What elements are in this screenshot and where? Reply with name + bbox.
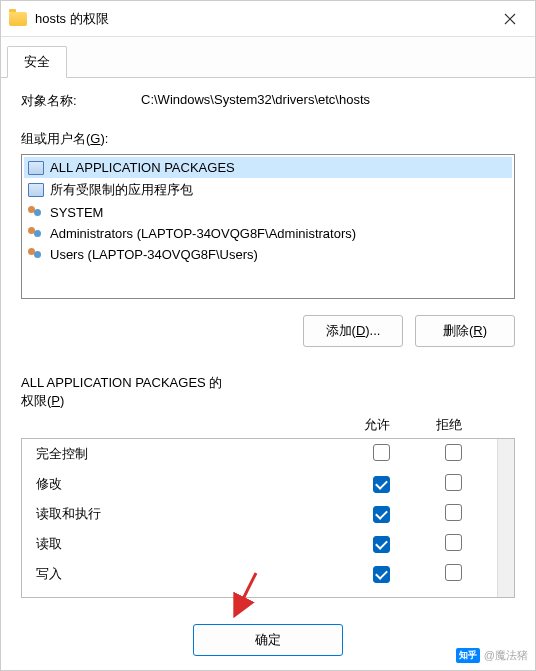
object-name-row: 对象名称: C:\Windows\System32\drivers\etc\ho… [21, 92, 515, 110]
tab-content: 对象名称: C:\Windows\System32\drivers\etc\ho… [1, 78, 535, 620]
deny-checkbox[interactable] [445, 504, 462, 521]
permissions-list: 完全控制修改读取和执行读取写入 [22, 439, 497, 597]
scrollbar[interactable] [497, 439, 514, 597]
col-deny-header: 拒绝 [413, 416, 485, 434]
allow-checkbox[interactable] [373, 536, 390, 553]
allow-checkbox[interactable] [373, 476, 390, 493]
close-icon [504, 13, 516, 25]
group-item[interactable]: Administrators (LAPTOP-34OVQG8F\Administ… [24, 223, 512, 244]
permission-row: 完全控制 [22, 439, 497, 469]
permission-name: 写入 [36, 565, 345, 583]
users-icon [28, 206, 44, 220]
allow-checkbox[interactable] [373, 444, 390, 461]
window-title: hosts 的权限 [35, 10, 487, 28]
permission-row: 修改 [22, 469, 497, 499]
groups-label: 组或用户名(G): [21, 130, 515, 148]
object-name-value: C:\Windows\System32\drivers\etc\hosts [141, 92, 515, 110]
titlebar: hosts 的权限 [1, 1, 535, 37]
tab-security[interactable]: 安全 [7, 46, 67, 78]
permission-name: 读取 [36, 535, 345, 553]
ok-button[interactable]: 确定 [193, 624, 343, 656]
users-icon [28, 227, 44, 241]
permission-row: 读取 [22, 529, 497, 559]
close-button[interactable] [487, 1, 533, 36]
remove-button[interactable]: 删除(R) [415, 315, 515, 347]
add-button[interactable]: 添加(D)... [303, 315, 403, 347]
deny-checkbox[interactable] [445, 444, 462, 461]
permission-row: 读取和执行 [22, 499, 497, 529]
group-item-label: 所有受限制的应用程序包 [50, 181, 193, 199]
permissions-list-wrap: 完全控制修改读取和执行读取写入 [21, 438, 515, 598]
users-icon [28, 248, 44, 262]
properties-dialog: hosts 的权限 安全 对象名称: C:\Windows\System32\d… [0, 0, 536, 671]
groups-listbox[interactable]: ALL APPLICATION PACKAGES所有受限制的应用程序包SYSTE… [21, 154, 515, 299]
package-icon [28, 161, 44, 175]
deny-checkbox[interactable] [445, 474, 462, 491]
permissions-header: ALL APPLICATION PACKAGES 的 权限(P) [21, 359, 515, 410]
deny-checkbox[interactable] [445, 534, 462, 551]
group-item-label: ALL APPLICATION PACKAGES [50, 160, 235, 175]
allow-checkbox[interactable] [373, 566, 390, 583]
package-icon [28, 183, 44, 197]
permission-name: 读取和执行 [36, 505, 345, 523]
permission-row: 写入 [22, 559, 497, 589]
watermark: 知乎 @魔法猪 [456, 648, 528, 663]
col-allow-header: 允许 [341, 416, 413, 434]
group-item[interactable]: 所有受限制的应用程序包 [24, 178, 512, 202]
permission-name: 修改 [36, 475, 345, 493]
group-item-label: Users (LAPTOP-34OVQG8F\Users) [50, 247, 258, 262]
group-buttons-row: 添加(D)... 删除(R) [21, 315, 515, 347]
deny-checkbox[interactable] [445, 564, 462, 581]
group-item-label: SYSTEM [50, 205, 103, 220]
permissions-columns: 允许 拒绝 [21, 414, 515, 438]
group-item-label: Administrators (LAPTOP-34OVQG8F\Administ… [50, 226, 356, 241]
object-name-label: 对象名称: [21, 92, 141, 110]
permission-name: 完全控制 [36, 445, 345, 463]
tabs-row: 安全 [1, 37, 535, 78]
group-item[interactable]: Users (LAPTOP-34OVQG8F\Users) [24, 244, 512, 265]
allow-checkbox[interactable] [373, 506, 390, 523]
folder-icon [9, 12, 27, 26]
group-item[interactable]: ALL APPLICATION PACKAGES [24, 157, 512, 178]
group-item[interactable]: SYSTEM [24, 202, 512, 223]
watermark-text: @魔法猪 [484, 648, 528, 663]
zhihu-logo-icon: 知乎 [456, 648, 480, 663]
